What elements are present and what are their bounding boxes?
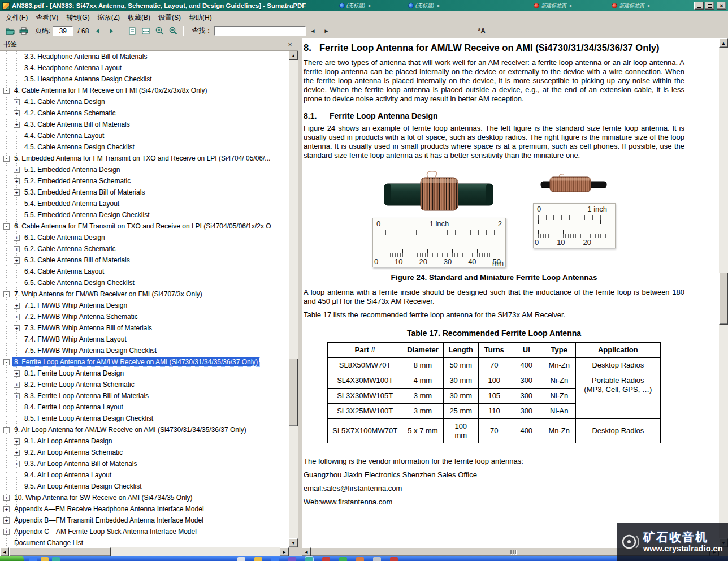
close-button[interactable]: × bbox=[717, 2, 726, 10]
bookmark-item[interactable]: Document Change List bbox=[0, 537, 289, 547]
taskbar-icon[interactable] bbox=[288, 557, 296, 561]
taskbar-icon-active[interactable] bbox=[305, 557, 313, 561]
taskbar-icon[interactable] bbox=[339, 557, 347, 561]
sidebar-splitter[interactable] bbox=[298, 38, 302, 556]
expand-icon[interactable]: + bbox=[3, 506, 10, 512]
expand-icon[interactable]: + bbox=[14, 257, 20, 264]
taskbar-icon[interactable] bbox=[52, 557, 60, 561]
menu-favorites[interactable]: 收藏(B) bbox=[124, 11, 154, 24]
collapse-icon[interactable]: - bbox=[3, 88, 10, 94]
bookmark-item[interactable]: -4. Cable Antenna for FM Receive on FMI … bbox=[0, 85, 289, 96]
bookmark-item[interactable]: 9.4. Air Loop Antenna Layout bbox=[0, 469, 289, 481]
scroll-thumb[interactable] bbox=[289, 359, 298, 426]
expand-icon[interactable]: + bbox=[3, 517, 10, 524]
scroll-left-button[interactable]: ◄ bbox=[0, 547, 9, 556]
bookmark-item[interactable]: 4.4. Cable Antenna Layout bbox=[0, 130, 289, 141]
menu-settings[interactable]: 设置(S) bbox=[154, 11, 185, 24]
bookmark-item[interactable]: 7.4. FM/WB Whip Antenna Layout bbox=[0, 334, 289, 345]
bookmark-item[interactable]: +Appendix C—AM Ferrite Loop Stick Antenn… bbox=[0, 526, 289, 537]
bookmark-item[interactable]: +Appendix B—FM Transmit Embedded Antenna… bbox=[0, 515, 289, 526]
bookmark-item[interactable]: +7.1. FM/WB Whip Antenna Design bbox=[0, 300, 289, 311]
expand-icon[interactable]: + bbox=[14, 370, 20, 377]
taskbar-icon[interactable] bbox=[29, 557, 37, 561]
bookmark-item[interactable]: 3.3. Headphone Antenna Bill of Materials bbox=[0, 51, 289, 62]
taskbar-icon[interactable] bbox=[254, 557, 262, 561]
bookmark-item[interactable]: 4.5. Cable Antenna Design Checklist bbox=[0, 141, 289, 153]
bookmark-item[interactable]: +6.3. Cable Antenna Bill of Materials bbox=[0, 254, 289, 266]
fit-page-button[interactable] bbox=[125, 25, 139, 37]
bookmark-item[interactable]: 7.5. FM/WB Whip Antenna Design Checklist bbox=[0, 345, 289, 356]
bookmark-item[interactable]: +4.1. Cable Antenna Design bbox=[0, 96, 289, 107]
scroll-left-button[interactable]: ◄ bbox=[302, 547, 311, 556]
bookmark-item[interactable]: +9.3. Air Loop Antenna Bill of Materials bbox=[0, 458, 289, 469]
find-next-button[interactable]: ► bbox=[319, 25, 333, 37]
bookmark-item[interactable]: -5. Embedded Antenna for FM Transmit on … bbox=[0, 153, 289, 164]
bookmark-item[interactable]: 3.4. Headphone Antenna Layout bbox=[0, 62, 289, 74]
fit-width-button[interactable] bbox=[139, 25, 153, 37]
expand-icon[interactable]: + bbox=[3, 529, 10, 535]
expand-icon[interactable]: + bbox=[14, 235, 20, 241]
bookmark-item[interactable]: +6.1. Cable Antenna Design bbox=[0, 232, 289, 243]
pdf-page[interactable]: 8. Ferrite Loop Antenna for AM/LW Receiv… bbox=[302, 38, 719, 547]
bookmark-item[interactable]: 8.4. Ferrite Loop Antenna Layout bbox=[0, 402, 289, 413]
title-bar[interactable]: AN383.pdf - [AN383: Si47xx Antenna, Sche… bbox=[0, 0, 728, 11]
expand-icon[interactable]: + bbox=[14, 382, 20, 388]
expand-icon[interactable]: + bbox=[14, 325, 20, 331]
scroll-down-button[interactable]: ▼ bbox=[289, 538, 298, 547]
expand-icon[interactable]: + bbox=[14, 178, 20, 184]
menu-file[interactable]: 文件(F) bbox=[2, 11, 32, 24]
zoom-in-button[interactable] bbox=[166, 25, 180, 37]
taskbar-icon[interactable] bbox=[356, 557, 364, 561]
expand-icon[interactable]: + bbox=[14, 303, 20, 309]
find-input[interactable] bbox=[214, 26, 306, 36]
bookmark-item[interactable]: +7.2. FM/WB Whip Antenna Schematic bbox=[0, 311, 289, 322]
bookmark-item[interactable]: 8.5. Ferrite Loop Antenna Design Checkli… bbox=[0, 413, 289, 424]
tab-close-icon[interactable]: x bbox=[368, 3, 371, 8]
menu-goto[interactable]: 转到(G) bbox=[62, 11, 93, 24]
expand-icon[interactable]: + bbox=[14, 314, 20, 320]
taskbar-icon[interactable] bbox=[271, 557, 279, 561]
sidebar-vertical-scrollbar[interactable]: ▲ ▼ bbox=[289, 51, 298, 547]
bookmark-item[interactable]: +7.3. FM/WB Whip Antenna Bill of Materia… bbox=[0, 322, 289, 334]
taskbar-icon[interactable] bbox=[237, 557, 245, 561]
bookmark-item[interactable]: +6.2. Cable Antenna Schematic bbox=[0, 243, 289, 254]
bookmark-item[interactable]: 3.5. Headphone Antenna Design Checklist bbox=[0, 74, 289, 85]
bookmark-item[interactable]: +5.3. Embedded Antenna Bill of Materials bbox=[0, 187, 289, 198]
bookmark-item[interactable]: 5.4. Embedded Antenna Layout bbox=[0, 198, 289, 209]
expand-icon[interactable]: + bbox=[14, 246, 20, 252]
bookmark-item[interactable]: +5.2. Embedded Antenna Schematic bbox=[0, 175, 289, 187]
bookmark-item[interactable]: +8.3. Ferrite Loop Antenna Bill of Mater… bbox=[0, 390, 289, 402]
menu-help[interactable]: 帮助(H) bbox=[185, 11, 216, 24]
taskbar-icon[interactable] bbox=[373, 557, 381, 561]
bookmark-item[interactable]: +8.2. Ferrite Loop Antenna Schematic bbox=[0, 379, 289, 390]
bookmark-item[interactable]: +4.3. Cable Antenna Bill of Materials bbox=[0, 119, 289, 130]
expand-icon[interactable]: + bbox=[14, 99, 20, 105]
sidebar-horizontal-scrollbar[interactable]: ◄ ► bbox=[0, 547, 289, 556]
match-case-button[interactable]: ªA bbox=[474, 25, 489, 37]
bookmark-item[interactable]: -9. Air Loop Antenna for AM/LW Receive o… bbox=[0, 424, 289, 435]
menu-view[interactable]: 查看(V) bbox=[32, 11, 62, 24]
expand-icon[interactable]: + bbox=[14, 189, 20, 196]
zoom-out-button[interactable] bbox=[153, 25, 166, 37]
background-tab[interactable]: 新建标签页 x bbox=[534, 2, 572, 10]
bookmark-item[interactable]: +9.1. Air Loop Antenna Design bbox=[0, 435, 289, 447]
menu-zoom[interactable]: 缩放(Z) bbox=[94, 11, 124, 24]
scroll-up-button[interactable]: ▲ bbox=[719, 38, 728, 48]
expand-icon[interactable]: + bbox=[14, 122, 20, 128]
tab-close-icon[interactable]: x bbox=[437, 3, 440, 8]
bookmark-item[interactable]: +Appendix A—FM Receive Headphone Antenna… bbox=[0, 503, 289, 515]
expand-icon[interactable]: + bbox=[14, 393, 20, 399]
collapse-icon[interactable]: - bbox=[3, 427, 10, 433]
bookmark-item[interactable]: -8. Ferrite Loop Antenna for AM/LW Recei… bbox=[0, 356, 289, 368]
bookmark-item[interactable]: +4.2. Cable Antenna Schematic bbox=[0, 107, 289, 119]
collapse-icon[interactable]: - bbox=[3, 156, 10, 162]
background-tab[interactable]: (无标题) x bbox=[339, 2, 371, 10]
taskbar-icon[interactable] bbox=[390, 557, 398, 561]
previous-page-button[interactable] bbox=[91, 25, 105, 37]
background-tab[interactable]: (无标题) x bbox=[408, 2, 440, 10]
expand-icon[interactable]: + bbox=[3, 495, 10, 501]
expand-icon[interactable]: + bbox=[14, 438, 20, 445]
find-previous-button[interactable]: ◄ bbox=[306, 25, 319, 37]
start-button[interactable] bbox=[0, 556, 24, 561]
expand-icon[interactable]: + bbox=[14, 450, 20, 456]
